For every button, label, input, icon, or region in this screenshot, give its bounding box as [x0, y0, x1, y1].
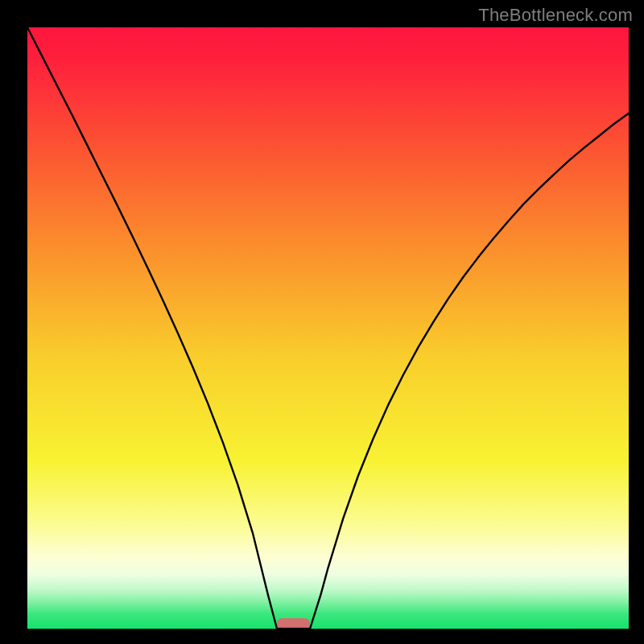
bottleneck-chart — [0, 0, 644, 644]
plot-background — [27, 27, 629, 629]
chart-stage: TheBottleneck.com — [0, 0, 644, 644]
watermark-text: TheBottleneck.com — [478, 5, 633, 26]
notch-marker — [277, 618, 310, 629]
